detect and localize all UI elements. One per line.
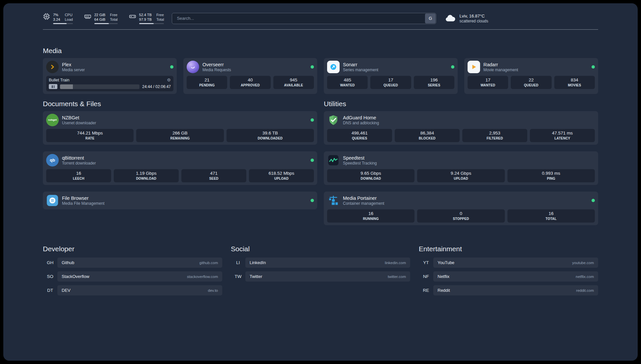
stat-label: TOTAL	[508, 217, 594, 221]
stat-queued: 17 QUEUED	[370, 76, 411, 89]
service-card-adguard[interactable]: AdGuard Home DNS and adblocking 498,461 …	[324, 111, 598, 145]
service-card-portainer[interactable]: Media Portainer Container management 16 …	[324, 192, 598, 225]
service-title: Radarr	[483, 62, 518, 68]
service-card-plex[interactable]: Plex Media server Bullet Train ⚙ 24:44 /…	[43, 58, 177, 94]
adguard-icon	[327, 114, 340, 126]
stat-queued: 22 QUEUED	[511, 76, 551, 89]
service-card-sonarr[interactable]: Sonarr Series management 485 WANTED 17 Q…	[324, 58, 458, 94]
weather-widget[interactable]: Lviv, 16.87°C scattered clouds	[444, 13, 488, 24]
stat-download: 9.65 Gbps DOWNLOAD	[327, 169, 414, 182]
status-dot	[311, 118, 314, 122]
stat-series: 196 SERIES	[414, 76, 454, 89]
bookmark-name: Netflix	[438, 274, 449, 279]
gear-icon[interactable]: ⚙	[167, 78, 171, 82]
service-card-filebrowser[interactable]: File Browser Media File Management	[43, 192, 317, 209]
stat-label: RUNNING	[328, 217, 414, 221]
bookmark-group-developer: Developer GH Github github.com SO StackO…	[43, 245, 222, 299]
memory-free-label: Free	[110, 13, 118, 17]
stat-label: STOPPED	[418, 217, 504, 221]
bookmark-name: Twitter	[250, 274, 262, 279]
bookmark-abbr: DT	[43, 285, 57, 295]
bookmark-linkedin[interactable]: LI LinkedIn linkedin.com	[231, 258, 410, 268]
status-dot	[592, 65, 595, 69]
column-utilities: Utilities AdGuard Home DNS and adblockin…	[324, 100, 598, 232]
disk-free-label: Free	[156, 13, 164, 17]
bookmark-abbr: TW	[231, 271, 245, 282]
bookmark-group-entertainment: Entertainment YT YouTube youtube.com NF …	[419, 245, 598, 299]
stat-value: 21	[187, 77, 227, 83]
service-card-qbittorrent[interactable]: qb qBittorrent Torrent downloader 16 LEE…	[43, 151, 317, 185]
stat-filtered: 2,953 FILTERED	[462, 129, 527, 142]
stat-label: DOWNLOADED	[227, 136, 313, 140]
service-card-overseerr[interactable]: Overseerr Media Requests 21 PENDING 40 A…	[183, 58, 317, 94]
service-card-speedtest[interactable]: Speedtest Speedtest Tracking 9.65 Gbps D…	[324, 151, 598, 185]
stat-value: 16	[47, 170, 110, 176]
status-dot	[311, 199, 314, 202]
stat-approved: 40 APPROVED	[230, 76, 270, 89]
stat-value: 86,384	[395, 130, 459, 136]
pause-button[interactable]	[49, 84, 57, 89]
stat-label: BLOCKED	[395, 136, 459, 140]
memory-widget: 22 GiB 64 GiB Free Total	[84, 13, 118, 24]
service-subtitle: Media Requests	[202, 68, 231, 73]
section-heading-developer: Developer	[43, 245, 222, 253]
bookmark-dev[interactable]: DT DEV dev.to	[43, 285, 222, 295]
search-provider-button[interactable]: G	[425, 14, 436, 23]
disk-total-label: Total	[156, 17, 164, 22]
service-subtitle: Torrent downloader	[62, 161, 96, 166]
overseerr-icon	[187, 61, 199, 73]
radarr-icon	[468, 61, 480, 73]
stat-wanted: 485 WANTED	[327, 76, 368, 89]
bookmark-twitter[interactable]: TW Twitter twitter.com	[231, 271, 410, 282]
stat-label: WANTED	[468, 83, 507, 87]
stat-label: SEED	[182, 176, 246, 181]
stat-value: 1.19 Gbps	[114, 170, 178, 176]
service-card-radarr[interactable]: Radarr Movie management 17 WANTED 22 QUE…	[464, 58, 598, 94]
stat-value: 945	[274, 77, 313, 83]
stat-stopped: 0 STOPPED	[417, 209, 504, 223]
stat-total: 16 TOTAL	[507, 209, 595, 223]
stat-seed: 471 SEED	[181, 169, 246, 182]
memory-progress-bar	[94, 23, 118, 24]
stat-row: 16 LEECH 1.19 Gbps DOWNLOAD 471 SEED 618…	[46, 169, 314, 182]
disk-free-value: 52.4 TB	[139, 13, 152, 17]
service-title: Media Portainer	[343, 195, 384, 201]
bookmark-reddit[interactable]: RE Reddit reddit.com	[419, 285, 598, 295]
disk-progress-bar	[139, 23, 164, 24]
stat-queries: 498,461 QUERIES	[327, 129, 392, 142]
stat-value: 196	[414, 77, 454, 83]
bookmark-github[interactable]: GH Github github.com	[43, 258, 222, 268]
stat-value: 0.993 ms	[508, 170, 594, 176]
bookmark-youtube[interactable]: YT YouTube youtube.com	[419, 258, 598, 268]
stat-blocked: 86,384 BLOCKED	[395, 129, 460, 142]
stat-label: MOVIES	[555, 83, 594, 87]
search-input[interactable]	[172, 13, 436, 24]
service-title: Overseerr	[202, 62, 231, 68]
speedtest-icon	[327, 154, 340, 167]
stat-label: SERIES	[414, 83, 454, 87]
bookmark-name: DEV	[62, 288, 71, 293]
playback-progress-bar[interactable]	[60, 84, 139, 89]
bookmark-stackoverflow[interactable]: SO StackOverflow stackoverflow.com	[43, 271, 222, 282]
bookmark-abbr: YT	[419, 258, 433, 268]
bookmark-url: twitter.com	[388, 275, 406, 279]
status-dot	[311, 159, 314, 162]
stat-value: 498,461	[328, 130, 391, 136]
memory-icon	[84, 13, 91, 20]
stat-row: 9.65 Gbps DOWNLOAD 9.24 Gbps UPLOAD 0.99…	[327, 169, 595, 182]
bookmark-name: LinkedIn	[250, 260, 266, 265]
service-title: AdGuard Home	[343, 115, 379, 121]
stat-leech: 16 LEECH	[46, 169, 111, 182]
section-bookmarks: Developer GH Github github.com SO StackO…	[43, 245, 598, 299]
stat-value: 17	[371, 77, 410, 83]
stat-label: QUEUED	[511, 83, 551, 87]
stat-value: 9.65 Gbps	[328, 170, 414, 176]
service-card-nzbget[interactable]: nzbget NZBGet Usenet downloader 744.21 M…	[43, 111, 317, 145]
stat-row: 485 WANTED 17 QUEUED 196 SERIES	[327, 76, 454, 89]
stat-movies: 834 MOVIES	[554, 76, 595, 89]
weather-condition: scattered clouds	[459, 19, 488, 24]
stat-available: 945 AVAILABLE	[273, 76, 314, 89]
bookmark-netflix[interactable]: NF Netflix netflix.com	[419, 271, 598, 282]
section-media: Media Plex Media server Bullet Train	[43, 47, 598, 94]
stat-label: APPROVED	[230, 83, 270, 87]
